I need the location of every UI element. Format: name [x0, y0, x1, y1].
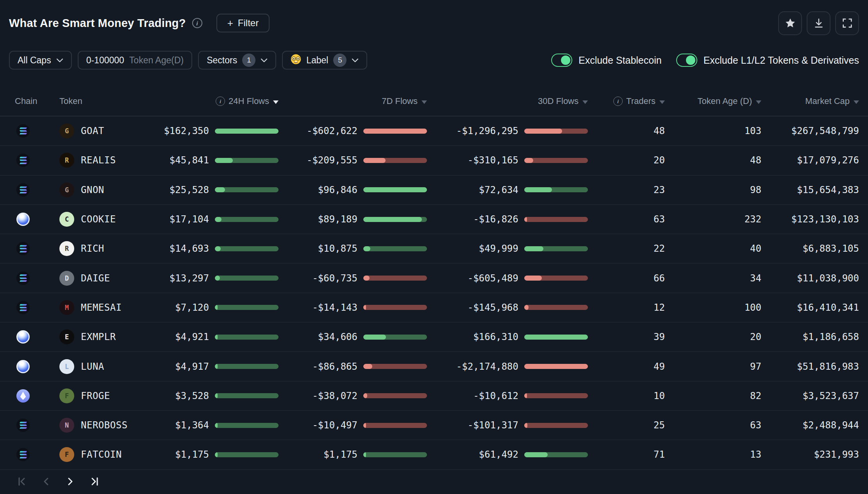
info-icon[interactable]: i [613, 97, 623, 106]
flow-7d-cell: $96,846 [279, 184, 427, 195]
chain-cell [15, 330, 52, 344]
table-row[interactable]: F FROGE $3,528 -$38,072 -$10,612 10 82 $… [0, 381, 868, 411]
sort-control[interactable] [273, 99, 279, 104]
flow-7d-cell: $1,175 [279, 449, 427, 460]
table-row[interactable]: L LUNA $4,917 -$86,865 -$2,174,880 49 97… [0, 352, 868, 381]
table-row[interactable]: G GOAT $162,350 -$602,622 -$1,296,295 48… [0, 116, 868, 146]
solana-chain-icon [16, 301, 30, 314]
solana-chain-icon [16, 242, 30, 255]
flow-24h-value: $1,175 [175, 449, 209, 460]
chain-cell [15, 183, 52, 197]
exclude-stablecoin-label: Exclude Stablecoin [579, 55, 662, 66]
flow-7d-cell: -$602,622 [279, 125, 427, 136]
flow-30d-bar [524, 217, 588, 222]
flow-30d-value: -$16,826 [473, 214, 518, 225]
info-icon[interactable]: i [216, 97, 225, 106]
flow-30d-cell: -$16,826 [427, 214, 588, 225]
token-cell[interactable]: M MEMESAI [52, 300, 150, 315]
table-row[interactable]: N NEROBOSS $1,364 -$10,497 -$101,317 25 … [0, 411, 868, 440]
token-cell[interactable]: E EXMPLR [52, 329, 150, 344]
sphere-chain-icon [16, 360, 30, 373]
table-row[interactable]: D DAIGE $13,297 -$60,735 -$605,489 66 34… [0, 263, 868, 293]
flow-24h-bar [215, 246, 279, 251]
column-header-chain: Chain [15, 96, 52, 106]
table-row[interactable]: C COOKIE $17,104 $89,189 -$16,826 63 232… [0, 205, 868, 234]
table-row[interactable]: R RICH $14,693 $10,875 $49,999 22 40 $6,… [0, 234, 868, 263]
filter-bar: All Caps 0-100000 Token Age(D) Sectors 1 [0, 46, 868, 74]
token-cell[interactable]: N NEROBOSS [52, 418, 150, 433]
flow-30d-bar [524, 452, 588, 457]
token-symbol: LUNA [81, 361, 104, 372]
market-cap-value: $3,523,637 [761, 390, 859, 401]
table-row[interactable]: G GNON $25,528 $96,846 $72,634 23 98 $15… [0, 175, 868, 205]
sort-control[interactable] [756, 99, 761, 104]
flow-7d-bar [363, 246, 427, 251]
token-cell[interactable]: F FATCOIN [52, 447, 150, 462]
column-header-30d-flows[interactable]: 30D Flows [427, 96, 588, 106]
chain-cell [15, 360, 52, 373]
table-row[interactable]: M MEMESAI $7,120 -$14,143 -$145,968 12 1… [0, 293, 868, 322]
token-cell[interactable]: G GNON [52, 183, 150, 197]
exclude-l1l2-toggle[interactable] [676, 54, 697, 67]
exclude-stablecoin-toggle[interactable] [551, 54, 572, 67]
sort-control[interactable] [421, 99, 427, 104]
token-cell[interactable]: F FROGE [52, 388, 150, 403]
chain-cell [15, 213, 52, 226]
token-avatar: C [59, 212, 74, 227]
pagination-last-button[interactable] [87, 474, 102, 489]
flow-7d-value: -$602,622 [307, 125, 357, 136]
pagination-first-button[interactable] [14, 474, 30, 489]
table-row[interactable]: F FATCOIN $1,175 $1,175 $61,492 71 13 $2… [0, 440, 868, 469]
title-info-icon[interactable]: i [192, 18, 202, 28]
token-avatar: E [59, 329, 74, 344]
flow-24h-cell: $25,528 [150, 184, 279, 195]
pagination-prev-button[interactable] [38, 474, 54, 489]
favorite-button[interactable] [778, 11, 802, 35]
flow-30d-cell: $166,310 [427, 331, 588, 342]
token-cell[interactable]: C COOKIE [52, 212, 150, 227]
download-button[interactable] [807, 11, 830, 35]
token-age-filter[interactable]: 0-100000 Token Age(D) [78, 51, 193, 70]
market-cap-value: $11,038,900 [761, 273, 859, 284]
flow-30d-cell: -$101,317 [427, 420, 588, 431]
column-header-market-cap[interactable]: Market Cap [761, 96, 859, 106]
sectors-dropdown[interactable]: Sectors 1 [198, 51, 276, 70]
token-cell[interactable]: L LUNA [52, 359, 150, 374]
pagination-next-button[interactable] [63, 474, 78, 489]
token-avatar: L [59, 359, 74, 374]
fullscreen-button[interactable] [835, 11, 859, 35]
all-caps-dropdown[interactable]: All Caps [9, 51, 72, 70]
nerd-face-emoji-icon [291, 54, 301, 67]
table-row[interactable]: E EXMPLR $4,921 $34,606 $166,310 39 20 $… [0, 322, 868, 352]
token-age-value: 20 [665, 331, 761, 342]
token-cell[interactable]: R REALIS [52, 153, 150, 168]
flow-24h-bar [215, 305, 279, 310]
token-age-value: 232 [665, 214, 761, 225]
sort-control[interactable] [582, 99, 588, 104]
token-symbol: GOAT [81, 125, 104, 136]
column-header-24h-flows[interactable]: i 24H Flows [150, 96, 279, 106]
sort-control[interactable] [659, 99, 665, 104]
column-header-token-age[interactable]: Token Age (D) [665, 96, 761, 106]
flow-24h-bar [215, 364, 279, 369]
add-filter-button[interactable]: + Filter [216, 14, 270, 32]
table-row[interactable]: R REALIS $45,841 -$209,555 -$310,165 20 … [0, 146, 868, 175]
flow-30d-value: $72,634 [479, 184, 518, 195]
market-cap-value: $51,816,983 [761, 361, 859, 372]
market-cap-value: $6,883,105 [761, 243, 859, 254]
column-header-traders[interactable]: i Traders [588, 96, 665, 106]
chevron-down-icon [352, 58, 359, 63]
flow-7d-value: $34,606 [318, 331, 357, 342]
plus-icon: + [227, 17, 233, 29]
token-cell[interactable]: G GOAT [52, 123, 150, 138]
flow-30d-cell: -$605,489 [427, 273, 588, 284]
market-cap-value: $16,410,341 [761, 302, 859, 313]
sort-control[interactable] [854, 99, 859, 104]
token-cell[interactable]: D DAIGE [52, 271, 150, 286]
column-header-7d-flows[interactable]: 7D Flows [279, 96, 427, 106]
flow-7d-cell: -$10,497 [279, 420, 427, 431]
exclude-l1l2-toggle-group: Exclude L1/L2 Tokens & Derivatives [676, 54, 859, 67]
solana-chain-icon [16, 419, 30, 432]
label-dropdown[interactable]: Label 5 [282, 51, 367, 70]
token-cell[interactable]: R RICH [52, 241, 150, 256]
